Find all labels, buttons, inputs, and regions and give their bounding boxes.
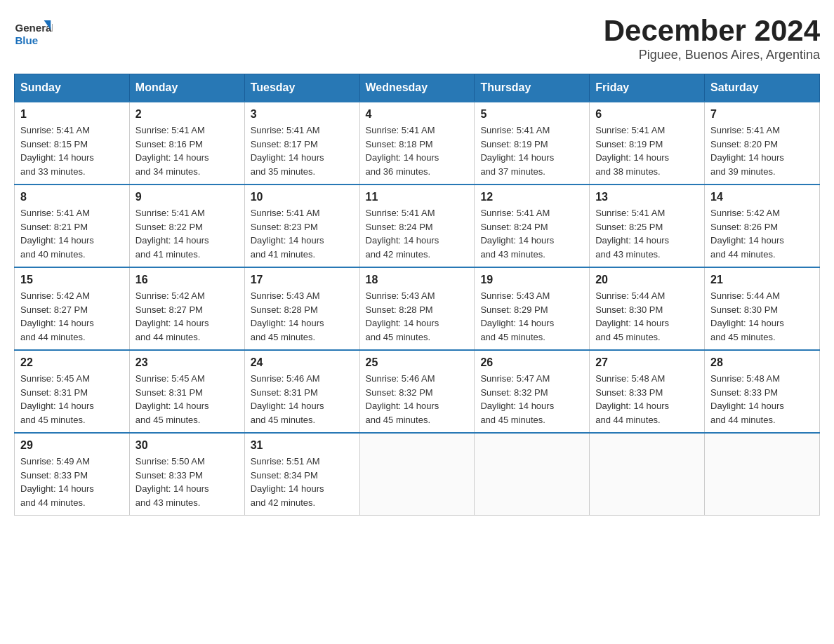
day-number: 7	[710, 108, 814, 121]
weekday-header-saturday: Saturday	[705, 74, 820, 102]
calendar-day-cell: 4Sunrise: 5:41 AMSunset: 8:18 PMDaylight…	[359, 102, 475, 185]
day-info: Sunrise: 5:41 AMSunset: 8:24 PMDaylight:…	[366, 206, 469, 261]
calendar-day-cell	[705, 433, 820, 516]
calendar-day-cell: 31Sunrise: 5:51 AMSunset: 8:34 PMDayligh…	[244, 433, 359, 516]
calendar-day-cell: 24Sunrise: 5:46 AMSunset: 8:31 PMDayligh…	[244, 350, 359, 433]
day-info: Sunrise: 5:41 AMSunset: 8:17 PMDaylight:…	[251, 123, 354, 178]
calendar-day-cell: 14Sunrise: 5:42 AMSunset: 8:26 PMDayligh…	[705, 185, 820, 267]
day-info: Sunrise: 5:41 AMSunset: 8:15 PMDaylight:…	[20, 123, 124, 178]
calendar-day-cell	[590, 433, 705, 516]
day-number: 29	[20, 439, 124, 452]
weekday-header-friday: Friday	[590, 74, 705, 102]
calendar-day-cell: 29Sunrise: 5:49 AMSunset: 8:33 PMDayligh…	[15, 433, 130, 516]
day-info: Sunrise: 5:45 AMSunset: 8:31 PMDaylight:…	[20, 372, 124, 427]
calendar-day-cell: 16Sunrise: 5:42 AMSunset: 8:27 PMDayligh…	[129, 267, 244, 350]
logo-svg: General Blue	[14, 14, 53, 53]
page-header: General Blue December 2024 Piguee, Bueno…	[14, 14, 820, 62]
day-number: 9	[135, 191, 239, 203]
calendar-day-cell: 18Sunrise: 5:43 AMSunset: 8:28 PMDayligh…	[359, 267, 475, 350]
logo: General Blue	[14, 14, 53, 53]
calendar-day-cell: 23Sunrise: 5:45 AMSunset: 8:31 PMDayligh…	[129, 350, 244, 433]
day-number: 28	[710, 356, 814, 369]
day-info: Sunrise: 5:41 AMSunset: 8:21 PMDaylight:…	[20, 206, 124, 261]
day-number: 26	[480, 356, 583, 369]
weekday-header-sunday: Sunday	[15, 74, 130, 102]
day-number: 19	[480, 274, 583, 286]
day-number: 21	[710, 274, 814, 286]
calendar-day-cell: 28Sunrise: 5:48 AMSunset: 8:33 PMDayligh…	[705, 350, 820, 433]
title-block: December 2024 Piguee, Buenos Aires, Arge…	[604, 14, 820, 62]
day-number: 20	[595, 274, 699, 286]
calendar-subtitle: Piguee, Buenos Aires, Argentina	[604, 48, 820, 62]
day-info: Sunrise: 5:44 AMSunset: 8:30 PMDaylight:…	[595, 289, 699, 344]
calendar-day-cell: 30Sunrise: 5:50 AMSunset: 8:33 PMDayligh…	[129, 433, 244, 516]
day-info: Sunrise: 5:49 AMSunset: 8:33 PMDaylight:…	[20, 455, 124, 509]
day-info: Sunrise: 5:41 AMSunset: 8:16 PMDaylight:…	[135, 123, 239, 178]
calendar-week-row: 8Sunrise: 5:41 AMSunset: 8:21 PMDaylight…	[15, 185, 820, 267]
svg-text:Blue: Blue	[15, 34, 38, 46]
day-number: 6	[595, 108, 699, 121]
day-number: 27	[595, 356, 699, 369]
calendar-day-cell: 8Sunrise: 5:41 AMSunset: 8:21 PMDaylight…	[15, 185, 130, 267]
day-number: 17	[251, 274, 354, 286]
calendar-day-cell: 21Sunrise: 5:44 AMSunset: 8:30 PMDayligh…	[705, 267, 820, 350]
day-info: Sunrise: 5:51 AMSunset: 8:34 PMDaylight:…	[251, 455, 354, 509]
calendar-day-cell: 13Sunrise: 5:41 AMSunset: 8:25 PMDayligh…	[590, 185, 705, 267]
weekday-header-row: SundayMondayTuesdayWednesdayThursdayFrid…	[15, 74, 820, 102]
day-number: 5	[480, 108, 583, 121]
calendar-day-cell: 5Sunrise: 5:41 AMSunset: 8:19 PMDaylight…	[475, 102, 590, 185]
calendar-day-cell: 10Sunrise: 5:41 AMSunset: 8:23 PMDayligh…	[244, 185, 359, 267]
weekday-header-thursday: Thursday	[475, 74, 590, 102]
calendar-week-row: 15Sunrise: 5:42 AMSunset: 8:27 PMDayligh…	[15, 267, 820, 350]
day-number: 11	[366, 191, 469, 203]
calendar-day-cell: 6Sunrise: 5:41 AMSunset: 8:19 PMDaylight…	[590, 102, 705, 185]
calendar-day-cell: 7Sunrise: 5:41 AMSunset: 8:20 PMDaylight…	[705, 102, 820, 185]
day-number: 4	[366, 108, 469, 121]
day-info: Sunrise: 5:41 AMSunset: 8:25 PMDaylight:…	[595, 206, 699, 261]
calendar-week-row: 22Sunrise: 5:45 AMSunset: 8:31 PMDayligh…	[15, 350, 820, 433]
day-info: Sunrise: 5:41 AMSunset: 8:22 PMDaylight:…	[135, 206, 239, 261]
calendar-day-cell	[475, 433, 590, 516]
calendar-day-cell: 3Sunrise: 5:41 AMSunset: 8:17 PMDaylight…	[244, 102, 359, 185]
calendar-day-cell: 15Sunrise: 5:42 AMSunset: 8:27 PMDayligh…	[15, 267, 130, 350]
day-info: Sunrise: 5:45 AMSunset: 8:31 PMDaylight:…	[135, 372, 239, 427]
day-info: Sunrise: 5:46 AMSunset: 8:32 PMDaylight:…	[366, 372, 469, 427]
calendar-day-cell: 1Sunrise: 5:41 AMSunset: 8:15 PMDaylight…	[15, 102, 130, 185]
calendar-day-cell: 17Sunrise: 5:43 AMSunset: 8:28 PMDayligh…	[244, 267, 359, 350]
calendar-day-cell: 12Sunrise: 5:41 AMSunset: 8:24 PMDayligh…	[475, 185, 590, 267]
day-number: 16	[135, 274, 239, 286]
calendar-day-cell: 26Sunrise: 5:47 AMSunset: 8:32 PMDayligh…	[475, 350, 590, 433]
day-number: 24	[251, 356, 354, 369]
weekday-header-monday: Monday	[129, 74, 244, 102]
day-number: 30	[135, 439, 239, 452]
day-number: 2	[135, 108, 239, 121]
day-info: Sunrise: 5:44 AMSunset: 8:30 PMDaylight:…	[710, 289, 814, 344]
calendar-week-row: 29Sunrise: 5:49 AMSunset: 8:33 PMDayligh…	[15, 433, 820, 516]
calendar-title: December 2024	[604, 14, 820, 48]
day-number: 22	[20, 356, 124, 369]
calendar-day-cell: 19Sunrise: 5:43 AMSunset: 8:29 PMDayligh…	[475, 267, 590, 350]
calendar-header: SundayMondayTuesdayWednesdayThursdayFrid…	[15, 74, 820, 102]
day-info: Sunrise: 5:46 AMSunset: 8:31 PMDaylight:…	[251, 372, 354, 427]
day-number: 8	[20, 191, 124, 203]
day-number: 13	[595, 191, 699, 203]
day-info: Sunrise: 5:42 AMSunset: 8:26 PMDaylight:…	[710, 206, 814, 261]
calendar-day-cell: 11Sunrise: 5:41 AMSunset: 8:24 PMDayligh…	[359, 185, 475, 267]
day-info: Sunrise: 5:48 AMSunset: 8:33 PMDaylight:…	[595, 372, 699, 427]
day-number: 14	[710, 191, 814, 203]
day-number: 25	[366, 356, 469, 369]
calendar-day-cell: 22Sunrise: 5:45 AMSunset: 8:31 PMDayligh…	[15, 350, 130, 433]
day-info: Sunrise: 5:41 AMSunset: 8:19 PMDaylight:…	[595, 123, 699, 178]
calendar-day-cell: 27Sunrise: 5:48 AMSunset: 8:33 PMDayligh…	[590, 350, 705, 433]
day-info: Sunrise: 5:41 AMSunset: 8:18 PMDaylight:…	[366, 123, 469, 178]
day-info: Sunrise: 5:48 AMSunset: 8:33 PMDaylight:…	[710, 372, 814, 427]
day-info: Sunrise: 5:50 AMSunset: 8:33 PMDaylight:…	[135, 455, 239, 509]
calendar-day-cell	[359, 433, 475, 516]
day-number: 12	[480, 191, 583, 203]
day-info: Sunrise: 5:43 AMSunset: 8:29 PMDaylight:…	[480, 289, 583, 344]
day-info: Sunrise: 5:43 AMSunset: 8:28 PMDaylight:…	[251, 289, 354, 344]
day-info: Sunrise: 5:42 AMSunset: 8:27 PMDaylight:…	[135, 289, 239, 344]
day-number: 23	[135, 356, 239, 369]
calendar-day-cell: 25Sunrise: 5:46 AMSunset: 8:32 PMDayligh…	[359, 350, 475, 433]
day-info: Sunrise: 5:41 AMSunset: 8:24 PMDaylight:…	[480, 206, 583, 261]
